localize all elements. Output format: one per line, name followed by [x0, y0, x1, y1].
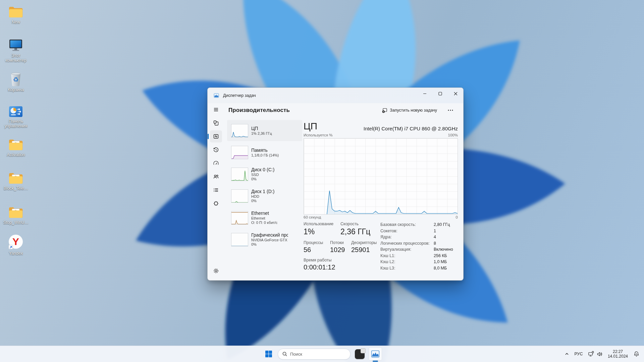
minimize-button[interactable]	[417, 88, 432, 99]
spec-value: 4	[434, 234, 453, 241]
folder-icon	[8, 3, 23, 19]
processes-label: Процессы	[304, 240, 330, 245]
handles-label: Дескрипторы	[351, 240, 377, 245]
list-item-gpu[interactable]: Графический процессорNVIDIA GeForce GTX …	[227, 229, 302, 250]
svg-text:Y: Y	[12, 236, 19, 247]
sidebar-item-processes[interactable]	[210, 117, 222, 129]
spec-value: 256 КБ	[434, 253, 453, 259]
spec-label: Кэш L2:	[380, 259, 434, 265]
graph-y-label: Используется %	[304, 133, 332, 137]
window-body: Производительность Запустить новую задач…	[208, 103, 463, 280]
disk1-mini-graph	[231, 189, 248, 203]
desktop-icon-block-tele[interactable]: Block_Tele…	[1, 170, 30, 191]
sidebar-item-performance[interactable]	[210, 130, 222, 142]
window-titlebar[interactable]: Диспетчер задач	[208, 88, 463, 103]
page-header: Производительность Запустить новую задач…	[224, 103, 463, 117]
search-input[interactable]: Поиск	[278, 349, 351, 360]
desktop-icon-new[interactable]: New	[1, 3, 30, 24]
spec-label: Сокетов:	[380, 228, 434, 235]
desktop-icon-label: Activation	[7, 153, 25, 157]
desktop-icon-label: Block_Tele…	[4, 186, 28, 191]
desktop-icon-control-panel[interactable]: Панель управления	[1, 103, 30, 128]
spec-label: Ядра:	[380, 234, 434, 241]
performance-icon	[213, 133, 219, 140]
desktop-icon-label: Корзина	[8, 87, 24, 92]
taskbar-clock[interactable]: 22:27 14.01.2024	[605, 347, 631, 361]
windows-logo-icon	[265, 350, 272, 358]
control-panel-icon	[8, 103, 23, 118]
sidebar-item-details[interactable]	[210, 184, 222, 196]
list-item-subtitle2: 0%	[251, 242, 288, 247]
start-button[interactable]	[262, 347, 275, 361]
list-item-cpu[interactable]: ЦП1% 2,36 ГГц	[227, 120, 302, 141]
spec-label: Кэш L1:	[380, 253, 434, 259]
sidebar-item-users[interactable]	[210, 171, 222, 183]
services-cog-icon	[213, 200, 219, 207]
desktop-icon-this-pc[interactable]: Этот компьютер	[1, 37, 30, 63]
list-item-ethernet[interactable]: EthernetEthernetО: 0 П: 0 кбит/с	[227, 207, 302, 228]
disk0-mini-graph	[231, 168, 248, 181]
desktop-icon-label: Stop_WinU…	[3, 220, 29, 225]
run-new-task-button[interactable]: Запустить новую задачу	[379, 106, 440, 115]
task-manager-app-icon	[214, 93, 219, 98]
main-column: Производительность Запустить новую задач…	[224, 103, 463, 280]
history-clock-icon	[213, 146, 219, 153]
taskbar-app-dark[interactable]	[353, 347, 366, 361]
desktop-icon-recycle-bin[interactable]: ♻ Корзина	[1, 71, 30, 92]
chevron-up-icon	[565, 352, 569, 356]
processes-icon	[213, 120, 219, 126]
handles-value: 25901	[351, 245, 377, 254]
search-placeholder: Поиск	[290, 352, 302, 357]
desktop-icon-stop-winupdate[interactable]: Stop_WinU…	[1, 204, 30, 225]
list-item-title: ЦП	[251, 126, 288, 131]
list-item-subtitle: SSD	[251, 173, 288, 177]
spec-label: Логических процессоров:	[380, 241, 434, 247]
sidebar-settings-button[interactable]	[210, 265, 222, 277]
list-item-title: Диск 0 (C:)	[251, 167, 288, 173]
list-item-disk1[interactable]: Диск 1 (D:)HDD0%	[227, 185, 302, 206]
maximize-button[interactable]	[432, 88, 448, 99]
desktop-icon-label: Yandex	[9, 251, 22, 256]
navigation-sidebar	[208, 103, 224, 280]
list-item-title: Диск 1 (D:)	[251, 189, 288, 194]
desktop-icon-yandex[interactable]: Y Yandex	[1, 235, 30, 256]
window-title: Диспетчер задач	[223, 93, 256, 98]
spec-label: Базовая скорость:	[380, 222, 434, 228]
window-controls	[417, 88, 463, 103]
list-item-title: Память	[251, 147, 288, 153]
taskbar-app-task-manager[interactable]	[369, 347, 382, 361]
list-item-subtitle2: 0%	[251, 177, 288, 181]
tray-overflow-button[interactable]	[562, 347, 572, 361]
network-icon	[588, 351, 594, 357]
do-not-disturb-bell-icon: z	[633, 351, 640, 357]
more-options-button[interactable]	[445, 108, 456, 113]
threads-label: Потоки	[330, 240, 351, 245]
folder-files-icon	[8, 136, 23, 152]
folder-files-icon	[8, 204, 23, 219]
spec-value: 2,80 ГГц	[434, 222, 453, 228]
dark-app-icon	[355, 349, 365, 359]
system-tray: РУС 22:27 14.01.2024 z	[562, 346, 643, 362]
list-item-subtitle: NVIDIA GeForce GTX 660	[251, 238, 288, 242]
uptime-value: 0:00:01:12	[304, 263, 380, 272]
this-pc-icon	[8, 37, 23, 52]
gpu-mini-graph	[231, 233, 248, 246]
sidebar-item-services[interactable]	[210, 197, 222, 209]
desktop-icon-activation[interactable]: Activation	[1, 136, 30, 157]
notification-center-button[interactable]: z	[631, 347, 642, 361]
network-volume-button[interactable]	[586, 347, 605, 361]
list-item-subtitle: 1% 2,36 ГГц	[251, 131, 288, 136]
sidebar-menu-button[interactable]	[210, 104, 222, 116]
cpu-usage-graph[interactable]	[304, 138, 458, 215]
sidebar-item-app-history[interactable]	[210, 144, 222, 156]
list-item-disk0[interactable]: Диск 0 (C:)SSD0%	[227, 164, 302, 185]
tray-time: 22:27	[613, 349, 623, 354]
list-item-memory[interactable]: Память1,1/8,0 ГБ (14%)	[227, 142, 302, 163]
close-button[interactable]	[448, 88, 463, 99]
sidebar-item-startup-apps[interactable]	[210, 157, 222, 169]
run-new-task-label: Запустить новую задачу	[390, 108, 437, 113]
cpu-detail-pane: ЦП Intel(R) Core(TM) i7 CPU 860 @ 2.80GH…	[302, 117, 463, 280]
taskbar-center-group: Поиск	[262, 346, 382, 362]
task-manager-icon	[371, 350, 380, 358]
language-indicator[interactable]: РУС	[572, 347, 586, 361]
